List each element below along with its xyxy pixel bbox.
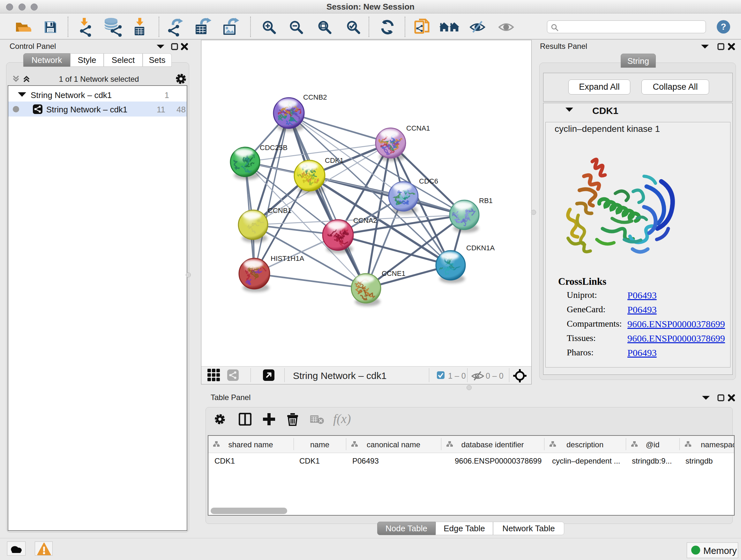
svg-text:CDC6: CDC6: [419, 177, 438, 185]
svg-text:CCNB1: CCNB1: [268, 206, 292, 214]
svg-text:CDK1: CDK1: [325, 157, 344, 165]
svg-text:CCNB2: CCNB2: [303, 93, 327, 101]
svg-text:CDC25B: CDC25B: [260, 144, 287, 152]
svg-text:CCNE1: CCNE1: [382, 269, 406, 277]
svg-text:RB1: RB1: [479, 197, 493, 205]
svg-text:CDKN1A: CDKN1A: [466, 244, 495, 252]
svg-text:CCNA1: CCNA1: [406, 124, 430, 132]
svg-text:?: ?: [721, 22, 726, 32]
svg-text:CCNA2: CCNA2: [353, 216, 377, 225]
svg-text:HIST1H1A: HIST1H1A: [271, 254, 304, 262]
